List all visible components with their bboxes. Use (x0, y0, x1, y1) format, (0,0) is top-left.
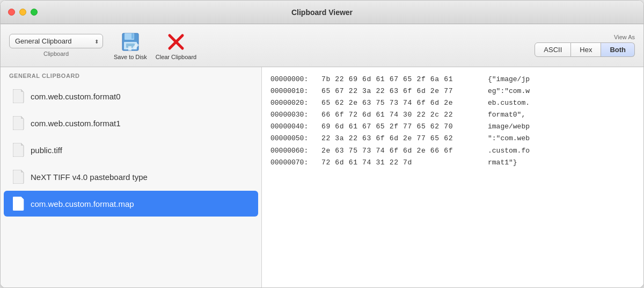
file-icon (12, 89, 25, 104)
hex-ascii: eb.custom. (482, 97, 530, 109)
title-bar: Clipboard Viewer (1, 1, 643, 24)
hex-offset: 00000030: (270, 109, 321, 121)
hex-bytes: 72 6d 61 74 31 22 7d (321, 157, 482, 169)
main-content: GENERAL CLIPBOARD com.web.custom.format0 (1, 67, 643, 287)
hex-row: 00000000: 7b 22 69 6d 61 67 65 2f 6a 61 … (270, 74, 635, 85)
view-as-label: View As (614, 34, 635, 40)
hex-ascii: image/webp (482, 121, 530, 133)
hex-row: 00000060: 2e 63 75 73 74 6f 6d 2e 66 6f … (270, 145, 635, 157)
hex-bytes: 65 62 2e 63 75 73 74 6f 6d 2e (321, 97, 482, 109)
main-window: Clipboard Viewer General Clipboard Find … (0, 0, 644, 288)
hex-offset: 00000070: (270, 157, 321, 169)
save-label: Save to Disk (114, 54, 147, 60)
sidebar-item-format1-name: com.web.custom.format1 (31, 119, 121, 128)
sidebar: GENERAL CLIPBOARD com.web.custom.format0 (1, 67, 262, 287)
clipboard-selector-group: General Clipboard Find Clipboard Clipboa… (9, 34, 103, 57)
svg-rect-2 (131, 33, 134, 39)
hex-offset: 00000060: (270, 145, 321, 157)
hex-ascii: .custom.fo (482, 145, 530, 157)
view-buttons: ASCII Hex Both (535, 42, 635, 57)
hex-bytes: 22 3a 22 63 6f 6d 2e 77 65 62 (321, 133, 482, 145)
clear-icon (165, 31, 187, 53)
clipboard-label: Clipboard (43, 51, 69, 57)
hex-bytes: 66 6f 72 6d 61 74 30 22 2c 22 (321, 109, 482, 121)
maximize-button[interactable] (31, 9, 38, 16)
hex-bytes: 69 6d 61 67 65 2f 77 65 62 70 (321, 121, 482, 133)
svg-rect-6 (128, 46, 131, 51)
ascii-view-button[interactable]: ASCII (535, 42, 571, 57)
close-button[interactable] (8, 9, 15, 16)
sidebar-item-tiff-name: public.tiff (31, 146, 62, 155)
sidebar-item-next-tiff-name: NeXT TIFF v4.0 pasteboard type (31, 172, 148, 182)
file-icon (12, 142, 25, 157)
window-controls (8, 9, 38, 16)
hex-row: 00000020: 65 62 2e 63 75 73 74 6f 6d 2e … (270, 97, 635, 109)
hex-ascii: ":"com.web (482, 133, 530, 145)
hex-bytes: 7b 22 69 6d 61 67 65 2f 6a 61 (321, 74, 482, 85)
clipboard-dropdown-wrapper: General Clipboard Find Clipboard (9, 34, 103, 48)
hex-bytes: 2e 63 75 73 74 6f 6d 2e 66 6f (321, 145, 482, 157)
hex-row: 00000070: 72 6d 61 74 31 22 7d rmat1"} (270, 157, 635, 169)
file-icon (12, 116, 25, 131)
minimize-button[interactable] (19, 9, 26, 16)
hex-view-button[interactable]: Hex (571, 42, 601, 57)
sidebar-item-format-map-name: com.web.custom.format.map (31, 199, 134, 208)
view-as-group: View As ASCII Hex Both (535, 34, 635, 57)
file-icon-selected (12, 196, 25, 211)
hex-offset: 00000040: (270, 121, 321, 133)
both-view-button[interactable]: Both (601, 42, 635, 57)
hex-row: 00000040: 69 6d 61 67 65 2f 77 65 62 70 … (270, 121, 635, 133)
hex-row: 00000030: 66 6f 72 6d 61 74 30 22 2c 22 … (270, 109, 635, 121)
hex-ascii: eg":"com.w (482, 85, 530, 97)
save-icon (120, 31, 141, 53)
hex-viewer[interactable]: 00000000: 7b 22 69 6d 61 67 65 2f 6a 61 … (262, 67, 643, 287)
hex-ascii: {"image/jp (482, 74, 530, 85)
clear-clipboard-button[interactable]: Clear Clipboard (156, 31, 196, 60)
hex-offset: 00000000: (270, 74, 321, 85)
hex-bytes: 65 67 22 3a 22 63 6f 6d 2e 77 (321, 85, 482, 97)
sidebar-items: com.web.custom.format0 com.web.custom.fo… (1, 82, 261, 287)
hex-offset: 00000010: (270, 85, 321, 97)
toolbar: General Clipboard Find Clipboard Clipboa… (1, 24, 643, 67)
hex-row: 00000010: 65 67 22 3a 22 63 6f 6d 2e 77 … (270, 85, 635, 97)
clear-label: Clear Clipboard (156, 54, 196, 60)
hex-offset: 00000050: (270, 133, 321, 145)
sidebar-item-format-map[interactable]: com.web.custom.format.map (4, 191, 258, 217)
save-to-disk-button[interactable]: Save to Disk (114, 31, 147, 60)
hex-row: 00000050: 22 3a 22 63 6f 6d 2e 77 65 62 … (270, 133, 635, 145)
sidebar-item-next-tiff[interactable]: NeXT TIFF v4.0 pasteboard type (4, 164, 258, 190)
window-title: Clipboard Viewer (291, 8, 353, 17)
sidebar-header: GENERAL CLIPBOARD (1, 67, 261, 82)
hex-offset: 00000020: (270, 97, 321, 109)
sidebar-item-format1[interactable]: com.web.custom.format1 (4, 110, 258, 136)
file-icon (12, 169, 25, 184)
sidebar-item-format0-name: com.web.custom.format0 (31, 92, 121, 101)
clipboard-dropdown[interactable]: General Clipboard Find Clipboard (9, 34, 103, 48)
hex-ascii: format0", (482, 109, 525, 121)
sidebar-item-format0[interactable]: com.web.custom.format0 (4, 83, 258, 109)
sidebar-item-tiff[interactable]: public.tiff (4, 137, 258, 163)
hex-ascii: rmat1"} (482, 157, 517, 169)
